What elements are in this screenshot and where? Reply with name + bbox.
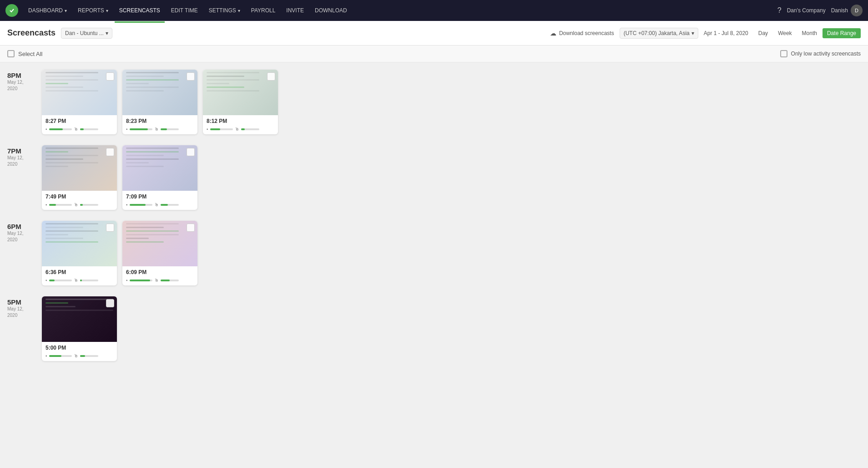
page-title: Screencasts (7, 28, 56, 38)
timezone-selector[interactable]: (UTC +07:00) Jakarta, Asia ▾ (620, 28, 698, 39)
screenshot-info: 6:09 PM ▪ 🖱 (122, 266, 197, 285)
date-label: May 12,2020 (7, 306, 35, 319)
screenshot-meta: ▪ 🖱 (45, 278, 113, 283)
hour-label: 7PM (7, 147, 35, 155)
screenshot-card[interactable]: 6:09 PM ▪ 🖱 (122, 221, 197, 285)
screenshot-time: 6:36 PM (45, 269, 113, 275)
screenshot-time: 6:09 PM (126, 269, 194, 275)
time-label-5pm: 5PM May 12,2020 (7, 296, 35, 319)
chevron-down-icon: ▾ (238, 8, 240, 13)
user-menu[interactable]: Danish D (831, 5, 863, 16)
screenshot-checkbox[interactable] (106, 299, 114, 307)
screenshot-card[interactable]: 8:12 PM ▪ 🖱 (203, 70, 278, 134)
nav-screencasts[interactable]: SCREENCASTS (115, 5, 165, 16)
screenshot-time: 7:49 PM (45, 193, 113, 200)
low-activity-label: Only low activity screencasts (791, 51, 861, 57)
activity-bar (210, 128, 233, 130)
select-all-label: Select All (18, 51, 42, 57)
chevron-down-icon: ▾ (65, 8, 67, 13)
activity-bar (49, 280, 72, 281)
screenshot-card[interactable]: 5:00 PM ▪ 🖱 (42, 296, 117, 361)
sub-header: Screencasts Dan - Ubuntu ... ▾ ☁ Downloa… (0, 21, 868, 46)
screenshot-checkbox[interactable] (267, 72, 275, 81)
screenshot-checkbox[interactable] (187, 224, 195, 232)
screenshot-info: 5:00 PM ▪ 🖱 (42, 342, 117, 361)
activity-bar (49, 128, 72, 130)
mouse-icon: 🖱 (154, 127, 159, 132)
company-name: Dan's Company (787, 7, 826, 14)
screenshot-card[interactable]: 8:23 PM ▪ 🖱 (122, 70, 197, 134)
screenshot-time: 5:00 PM (45, 345, 113, 351)
screenshot-card[interactable]: 6:36 PM ▪ 🖱 (42, 221, 117, 285)
low-activity-checkbox[interactable] (780, 50, 787, 57)
time-label-7pm: 7PM May 12,2020 (7, 145, 35, 168)
mouse-icon: 🖱 (74, 278, 78, 283)
help-icon[interactable]: ? (777, 6, 782, 15)
chevron-down-icon: ▾ (106, 8, 108, 13)
tab-day[interactable]: Day (754, 28, 772, 38)
screenshot-checkbox[interactable] (187, 148, 195, 156)
screenshots-row-5pm: 5:00 PM ▪ 🖱 (42, 296, 117, 361)
activity-bar (130, 204, 152, 206)
avatar: D (851, 5, 863, 16)
nav-payroll[interactable]: PAYROLL (247, 5, 280, 16)
mouse-icon: 🖱 (74, 202, 78, 207)
mouse-icon: 🖱 (74, 127, 78, 132)
nav-dashboard[interactable]: DASHBOARD ▾ (24, 5, 71, 16)
time-label-6pm: 6PM May 12,2020 (7, 221, 35, 243)
timezone-text: (UTC +07:00) Jakarta, Asia (624, 30, 690, 36)
select-all-checkbox[interactable] (7, 50, 15, 57)
mouse-bar (161, 280, 179, 281)
download-label: Download screencasts (559, 30, 614, 36)
screenshot-time: 8:12 PM (207, 118, 274, 124)
screenshot-checkbox[interactable] (106, 148, 114, 156)
screenshot-checkbox[interactable] (106, 224, 114, 232)
date-label: May 12,2020 (7, 230, 35, 243)
mouse-bar (80, 280, 98, 281)
screenshot-meta: ▪ 🖱 (45, 353, 113, 358)
mouse-bar (161, 204, 179, 206)
nav-reports[interactable]: REPORTS ▾ (73, 5, 113, 16)
screenshot-card[interactable]: 8:27 PM ▪ 🖱 (42, 70, 117, 134)
nav-right-section: ? Dan's Company Danish D (777, 5, 863, 16)
top-navigation: DASHBOARD ▾ REPORTS ▾ SCREENCASTS EDIT T… (0, 0, 868, 21)
screenshot-meta: ▪ 🖱 (45, 202, 113, 207)
screenshot-checkbox[interactable] (187, 72, 195, 81)
screenshots-row-6pm: 6:36 PM ▪ 🖱 (42, 221, 197, 285)
screenshot-meta: ▪ 🖱 (45, 127, 113, 132)
nav-edit-time[interactable]: EDIT TIME (167, 5, 202, 16)
date-range-display: Apr 1 - Jul 8, 2020 (704, 30, 748, 36)
mouse-bar (80, 204, 98, 206)
tab-week[interactable]: Week (773, 28, 796, 38)
tab-date-range[interactable]: Date Range (823, 28, 861, 38)
mouse-icon: 🖱 (74, 353, 78, 358)
toolbar: Select All Only low activity screencasts (0, 46, 868, 62)
monitor-icon: ▪ (126, 202, 128, 207)
nav-invite[interactable]: INVITE (282, 5, 308, 16)
date-label: May 12,2020 (7, 79, 35, 92)
screenshot-info: 7:09 PM ▪ 🖱 (122, 191, 197, 210)
screenshot-card[interactable]: 7:49 PM ▪ 🖱 (42, 145, 117, 210)
sub-header-right: ☁ Download screencasts (UTC +07:00) Jaka… (550, 28, 861, 39)
nav-download[interactable]: DOWNLOAD (310, 5, 352, 16)
screenshot-info: 6:36 PM ▪ 🖱 (42, 266, 117, 285)
screenshot-time: 8:27 PM (45, 118, 113, 124)
device-selector[interactable]: Dan - Ubuntu ... ▾ (61, 28, 112, 39)
monitor-icon: ▪ (126, 127, 128, 132)
nav-settings[interactable]: SETTINGS ▾ (204, 5, 245, 16)
screenshot-checkbox[interactable] (106, 72, 114, 81)
download-screencasts-button[interactable]: ☁ Download screencasts (550, 30, 614, 37)
mouse-icon: 🖱 (235, 127, 239, 132)
screenshot-time: 7:09 PM (126, 193, 194, 200)
chevron-down-icon: ▾ (106, 30, 108, 36)
monitor-icon: ▪ (45, 278, 47, 283)
screenshot-card[interactable]: 7:09 PM ▪ 🖱 (122, 145, 197, 210)
tab-month[interactable]: Month (797, 28, 822, 38)
mouse-icon: 🖱 (154, 278, 159, 283)
screenshot-time: 8:23 PM (126, 118, 194, 124)
activity-bar (49, 355, 72, 357)
select-all-section: Select All (7, 50, 42, 57)
mouse-bar (80, 355, 98, 357)
activity-bar (49, 204, 72, 206)
monitor-icon: ▪ (126, 278, 128, 283)
